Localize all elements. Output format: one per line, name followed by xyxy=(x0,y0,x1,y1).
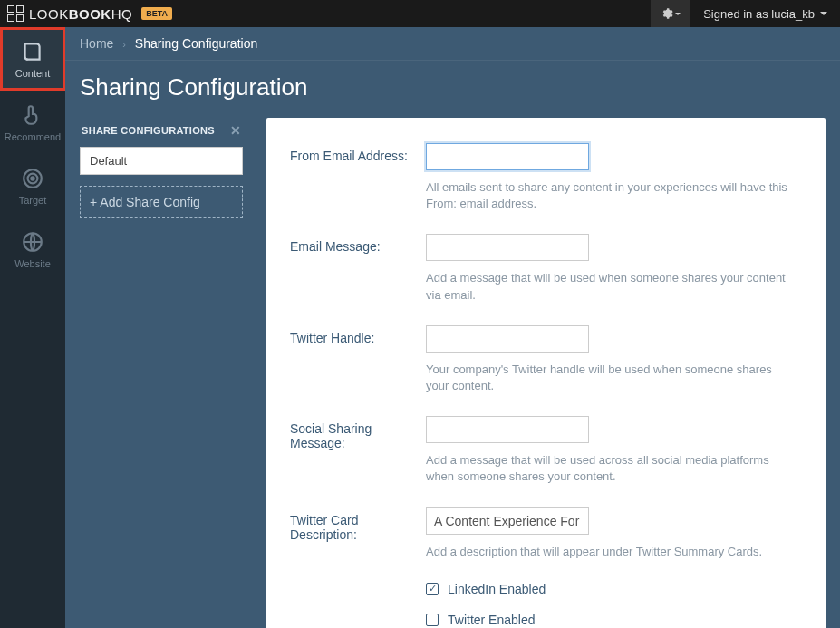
brand-text: LOOKBOOKHQ xyxy=(29,6,132,22)
breadcrumb-home[interactable]: Home xyxy=(80,36,113,51)
email-message-help: Add a message that will be used when som… xyxy=(426,270,788,303)
twitter-handle-help: Your company's Twitter handle will be us… xyxy=(426,362,788,394)
breadcrumb-current: Sharing Configuration xyxy=(135,36,257,51)
topbar: LOOKBOOKHQ BETA Signed in as lucia_kb xyxy=(0,0,840,27)
twitter-handle-input[interactable] xyxy=(426,325,589,353)
side-nav: Content Recommend Target Website xyxy=(0,27,65,628)
config-item-default[interactable]: Default xyxy=(80,147,243,175)
add-share-config-button[interactable]: + Add Share Config xyxy=(80,186,243,218)
twitter-label: Twitter Enabled xyxy=(448,613,536,627)
twitter-card-input[interactable] xyxy=(426,507,589,535)
pointer-icon xyxy=(20,102,45,128)
config-form: From Email Address: All emails sent to s… xyxy=(266,118,826,628)
from-email-input[interactable] xyxy=(426,143,589,170)
panel-header-title: SHARE CONFIGURATIONS xyxy=(82,125,215,136)
page-title: Sharing Configuration xyxy=(65,61,840,118)
linkedin-label: LinkedIn Enabled xyxy=(448,582,546,596)
twitter-card-help: Add a description that will appear under… xyxy=(426,544,788,560)
email-message-input[interactable] xyxy=(426,234,589,261)
email-message-label: Email Message: xyxy=(290,234,426,303)
twitter-checkbox[interactable] xyxy=(426,614,439,626)
nav-item-target[interactable]: Target xyxy=(0,154,65,217)
social-message-help: Add a message that will be used across a… xyxy=(426,452,788,485)
nav-label: Content xyxy=(15,68,51,79)
chevron-down-icon xyxy=(820,12,827,15)
settings-button[interactable] xyxy=(651,0,690,27)
social-message-input[interactable] xyxy=(426,416,589,443)
from-email-help: All emails sent to share any content in … xyxy=(426,179,788,212)
signed-in-text: Signed in as lucia_kb xyxy=(703,7,815,21)
social-message-label: Social Sharing Message: xyxy=(290,416,426,485)
nav-label: Website xyxy=(14,258,51,269)
nav-item-content[interactable]: Content xyxy=(0,27,65,91)
share-config-panel: SHARE CONFIGURATIONS ✕ Default + Add Sha… xyxy=(80,118,243,628)
twitter-handle-label: Twitter Handle: xyxy=(290,325,426,394)
from-email-label: From Email Address: xyxy=(290,143,426,212)
nav-label: Target xyxy=(19,195,47,206)
beta-badge: BETA xyxy=(141,7,172,20)
linkedin-checkbox[interactable] xyxy=(426,583,439,595)
logo[interactable]: LOOKBOOKHQ BETA xyxy=(0,5,172,22)
user-menu[interactable]: Signed in as lucia_kb xyxy=(690,0,840,27)
book-icon xyxy=(20,39,45,64)
nav-item-recommend[interactable]: Recommend xyxy=(0,91,65,154)
breadcrumb: Home › Sharing Configuration xyxy=(65,27,840,61)
twitter-card-label: Twitter Card Description: xyxy=(290,507,426,560)
target-icon xyxy=(20,166,45,191)
nav-label: Recommend xyxy=(5,131,61,142)
chevron-down-icon xyxy=(675,13,681,15)
logo-grid-icon xyxy=(7,5,24,22)
gear-icon xyxy=(661,7,673,20)
svg-point-2 xyxy=(31,177,34,179)
panel-close-button[interactable]: ✕ xyxy=(230,123,241,138)
globe-icon xyxy=(20,229,45,255)
nav-item-website[interactable]: Website xyxy=(0,217,65,281)
breadcrumb-separator: › xyxy=(122,39,126,50)
